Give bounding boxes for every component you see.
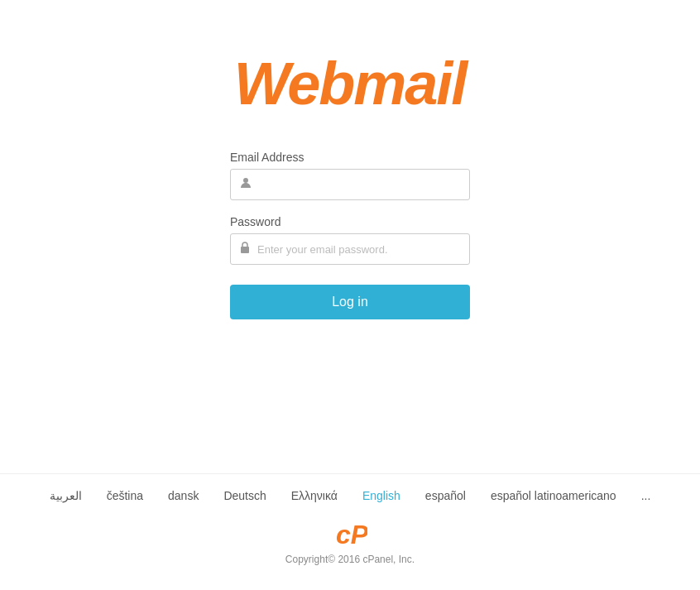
email-input-wrapper xyxy=(230,169,470,200)
language-bar: العربيةčeštinadanskDeutschΕλληνικάEnglis… xyxy=(0,473,700,517)
lang-item-es_la[interactable]: español latinoamericano xyxy=(491,489,616,502)
password-field-group: Password xyxy=(230,215,470,265)
lang-item-da[interactable]: dansk xyxy=(168,489,199,502)
lock-icon xyxy=(239,241,251,257)
login-form: Email Address Password xyxy=(230,151,470,319)
logo-text: Webmail xyxy=(234,50,467,117)
copyright-text: Copyright© 2016 cPanel, Inc. xyxy=(285,554,415,565)
lang-item-en[interactable]: English xyxy=(362,489,400,502)
svg-point-0 xyxy=(243,178,248,183)
email-label: Email Address xyxy=(230,151,470,164)
lang-item-more[interactable]: ... xyxy=(641,489,651,502)
cpanel-logo-icon: cP xyxy=(334,517,366,549)
password-input-wrapper xyxy=(230,233,470,265)
lang-item-ar[interactable]: العربية xyxy=(50,489,82,502)
login-button[interactable]: Log in xyxy=(230,285,470,319)
user-icon xyxy=(239,176,252,193)
lang-item-cs[interactable]: čeština xyxy=(107,489,143,502)
webmail-logo: Webmail xyxy=(234,50,467,118)
password-input[interactable] xyxy=(257,242,461,256)
password-label: Password xyxy=(230,215,470,228)
svg-rect-1 xyxy=(241,247,249,253)
email-input[interactable] xyxy=(259,178,461,191)
footer: cP Copyright© 2016 cPanel, Inc. xyxy=(285,517,415,590)
lang-item-el[interactable]: Ελληνικά xyxy=(291,489,338,502)
svg-text:cP: cP xyxy=(336,520,367,549)
lang-item-de[interactable]: Deutsch xyxy=(223,489,266,502)
lang-item-es[interactable]: español xyxy=(425,489,466,502)
email-field-group: Email Address xyxy=(230,151,470,200)
